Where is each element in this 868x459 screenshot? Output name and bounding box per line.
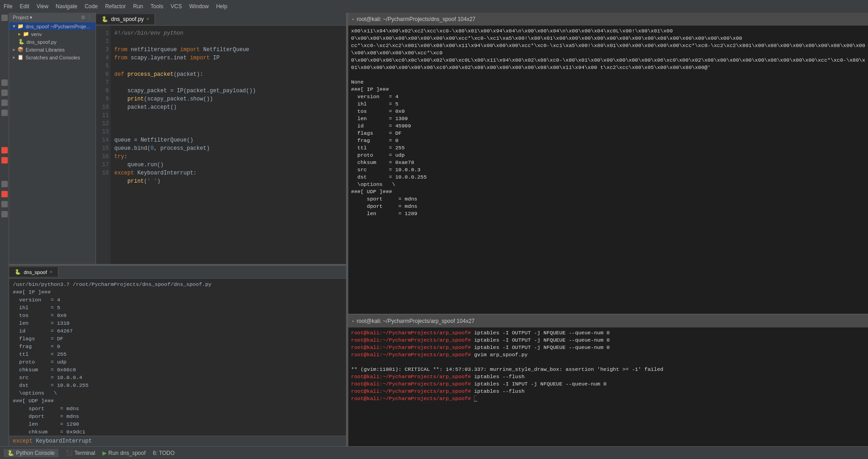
menu-tools[interactable]: Tools bbox=[150, 3, 163, 10]
terminal-top-titlebar: ▪ root@kali: ~/PycharmProjects/dns_spoof… bbox=[348, 13, 868, 26]
left-tool-7[interactable] bbox=[1, 157, 8, 164]
menu-navigate[interactable]: Navigate bbox=[56, 3, 77, 10]
run-btn[interactable]: ▶ Run dns_spoof bbox=[102, 450, 145, 456]
tree-root-label: dns_spoof ~/PycharmProje... bbox=[26, 24, 91, 29]
left-tool-8[interactable] bbox=[1, 181, 8, 187]
run-file-label: dns_spoof bbox=[120, 450, 145, 456]
todo-label: 6: TODO bbox=[153, 450, 175, 456]
terminal-bottom-icon: ▪ bbox=[352, 318, 354, 324]
status-bar: 🐍 Python Console ⬛ Terminal ▶ Run dns_sp… bbox=[0, 446, 868, 459]
left-tool-2[interactable] bbox=[1, 79, 8, 86]
tree-venv-label: venv bbox=[31, 32, 42, 37]
menu-view[interactable]: View bbox=[37, 3, 48, 10]
code-content[interactable]: #!/usr/bin/env python from netfilterqueu… bbox=[111, 26, 346, 264]
left-tool-1[interactable] bbox=[1, 15, 8, 21]
left-tool-5[interactable] bbox=[1, 110, 8, 116]
left-tool-4[interactable] bbox=[1, 100, 8, 106]
todo-btn[interactable]: 6: TODO bbox=[153, 450, 175, 456]
menu-file[interactable]: File bbox=[4, 3, 12, 10]
tree-scratches-label: Scratches and Consoles bbox=[26, 55, 80, 60]
menu-run[interactable]: Run bbox=[133, 3, 143, 10]
tree-item-dns-spoof-py[interactable]: 🐍 dns_spoof.py bbox=[9, 38, 96, 46]
console-py-icon: 🐍 bbox=[15, 269, 21, 275]
menu-window[interactable]: Window bbox=[189, 3, 209, 10]
menubar: File Edit View Navigate Code Refactor Ru… bbox=[0, 0, 868, 13]
code-editor: 123456789101112131415161718 #!/usr/bin/e… bbox=[96, 26, 346, 264]
python-console-btn[interactable]: 🐍 Python Console bbox=[4, 449, 59, 457]
left-tool-10[interactable] bbox=[1, 201, 8, 207]
menu-code[interactable]: Code bbox=[85, 3, 98, 10]
left-tool-11[interactable] bbox=[1, 211, 8, 217]
console-panel: 🐍 dns_spoof × /usr/bin/python3.7 /root/P… bbox=[9, 266, 346, 446]
terminal-bottom-content[interactable]: root@kali:~/PycharmProjects/arp_spoof# i… bbox=[348, 327, 868, 446]
terminal-top-title: root@kali: ~/PycharmProjects/dns_spoof 1… bbox=[357, 16, 475, 22]
project-header[interactable]: Project ▾ ⚙ ⋮ bbox=[9, 13, 96, 22]
terminal-btn[interactable]: ⬛ Terminal bbox=[66, 450, 95, 456]
run-label: Run bbox=[108, 450, 118, 456]
terminal-icon: ⬛ bbox=[66, 450, 73, 456]
ext-libs-icon: 📦 bbox=[17, 47, 24, 53]
left-tool-9[interactable] bbox=[1, 191, 8, 197]
menu-refactor[interactable]: Refactor bbox=[105, 3, 126, 10]
venv-folder-icon: 📁 bbox=[23, 31, 29, 37]
tree-item-scratches[interactable]: ▸ 📋 Scratches and Consoles bbox=[9, 53, 96, 61]
project-label: Project ▾ bbox=[13, 15, 32, 21]
editor-tab-dns[interactable]: 🐍 dns_spoof.py × bbox=[96, 14, 155, 24]
editor-tab-bar: 🐍 dns_spoof.py × bbox=[96, 13, 346, 26]
console-tab-dns[interactable]: 🐍 dns_spoof × bbox=[9, 267, 59, 277]
folder-icon: 📁 bbox=[17, 23, 24, 29]
console-content[interactable]: /usr/bin/python3.7 /root/PycharmProjects… bbox=[9, 279, 346, 436]
bottom-code-snippet: except KeyboardInterrupt bbox=[9, 436, 346, 446]
left-tool-3[interactable] bbox=[1, 90, 8, 96]
project-icons[interactable]: ⚙ ⋮ bbox=[81, 15, 92, 21]
tree-dns-label: dns_spoof.py bbox=[27, 39, 56, 45]
tree-item-ext-libs[interactable]: ▸ 📦 External Libraries bbox=[9, 46, 96, 53]
tree-item-root[interactable]: ▾ 📁 dns_spoof ~/PycharmProje... bbox=[9, 22, 96, 30]
line-numbers: 123456789101112131415161718 bbox=[96, 26, 111, 264]
menu-edit[interactable]: Edit bbox=[20, 3, 29, 10]
scratches-icon: 📋 bbox=[17, 54, 24, 60]
menu-vcs[interactable]: VCS bbox=[170, 3, 182, 10]
py-tab-icon: 🐍 bbox=[101, 16, 108, 22]
editor-tab-label: dns_spoof.py bbox=[111, 16, 144, 22]
terminal-top-icon: ▪ bbox=[352, 16, 354, 22]
console-tab-bar: 🐍 dns_spoof × bbox=[9, 266, 346, 279]
tab-close-btn[interactable]: × bbox=[146, 16, 149, 21]
terminal-bottom-title: root@kali: ~/PycharmProjects/arp_spoof 1… bbox=[357, 318, 474, 324]
run-icon: ▶ bbox=[102, 450, 107, 456]
terminal-label: Terminal bbox=[75, 450, 95, 456]
console-close-btn[interactable]: × bbox=[50, 269, 53, 274]
terminal-bottom-titlebar: ▪ root@kali: ~/PycharmProjects/arp_spoof… bbox=[348, 315, 868, 327]
tree-extlibs-label: External Libraries bbox=[26, 47, 65, 53]
menu-help[interactable]: Help bbox=[216, 3, 228, 10]
python-console-icon: 🐍 bbox=[7, 450, 14, 456]
python-console-label: Python Console bbox=[16, 450, 55, 456]
terminal-top-content[interactable]: x00\x11\x94\x00\x02\xc2\xcc\xc0-\x80\x01… bbox=[348, 26, 868, 314]
console-tab-label: dns_spoof bbox=[24, 269, 47, 275]
tree-item-venv[interactable]: ▸ 📁 venv bbox=[9, 30, 96, 38]
left-tool-6[interactable] bbox=[1, 147, 8, 153]
py-file-icon: 🐍 bbox=[18, 39, 25, 45]
